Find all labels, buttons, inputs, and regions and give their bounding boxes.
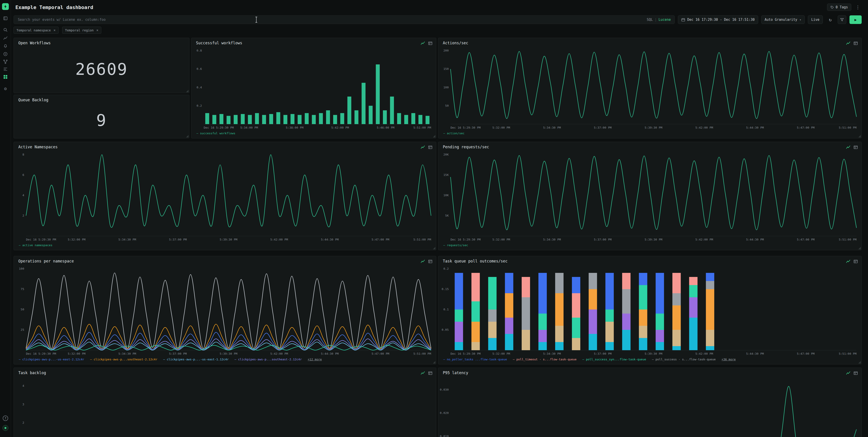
svg-text:5:32:00 PM: 5:32:00 PM xyxy=(492,238,510,241)
filter-chip-temporal-region[interactable]: Temporal region × xyxy=(62,27,101,34)
legend-item[interactable]: — poll_success · s...flow-task-queue xyxy=(652,357,716,361)
refresh-button[interactable]: ↻ xyxy=(826,15,835,24)
chart-legend[interactable]: — requests/sec xyxy=(443,244,858,248)
service-map-icon[interactable] xyxy=(3,59,8,64)
task-backlog-chart[interactable]: 234 xyxy=(16,377,434,437)
help-button[interactable]: ? xyxy=(3,415,8,421)
pending-requests-chart[interactable]: 5K10K15K20KDec 16 5:29:30 PM5:32:00 PM5:… xyxy=(440,152,860,242)
dashboard-title[interactable]: Example Temporal dashboard xyxy=(16,4,827,10)
panel-active-namespaces: Active Namespaces 2468Dec 16 5:29:30 PM5… xyxy=(13,142,436,250)
chart-view-icon[interactable] xyxy=(421,259,425,263)
alerts-icon[interactable] xyxy=(3,44,8,49)
tags-badge[interactable]: 0 Tags xyxy=(827,4,851,11)
chart-view-icon[interactable] xyxy=(421,145,425,150)
legend-item[interactable]: — clickpipes-aws-p...-us-east-1.12c4r xyxy=(163,357,229,361)
granularity-select[interactable]: Auto Granularity ▾ xyxy=(761,15,805,24)
sql-mode-button[interactable]: SQL xyxy=(647,18,653,22)
chart-legend[interactable]: — clickpipes-aws-p...-us-east-2.12c4r— c… xyxy=(19,357,432,362)
chart-legend[interactable]: — no_poller_tasks ...flow-task-queue— po… xyxy=(443,357,858,362)
panel-resize-handle[interactable] xyxy=(858,247,861,249)
chart-explorer-icon[interactable] xyxy=(3,36,8,40)
chart-view-icon[interactable] xyxy=(421,371,425,375)
live-button[interactable]: Live xyxy=(808,15,823,24)
legend-item[interactable]: — action/sec xyxy=(443,132,465,135)
panel-resize-handle[interactable] xyxy=(186,90,188,92)
chart-view-icon[interactable] xyxy=(846,259,850,263)
panel-title: Operations per namespace xyxy=(18,259,74,263)
panel-resize-handle[interactable] xyxy=(433,361,435,364)
active-namespaces-chart[interactable]: 2468Dec 16 5:29:30 PM5:32:00 PM5:34:30 P… xyxy=(16,152,434,242)
chart-view-icon[interactable] xyxy=(846,371,850,375)
legend-item[interactable]: — clickpipes-aws-p...southeast-2.12c4r xyxy=(90,357,157,361)
table-view-icon[interactable] xyxy=(428,371,432,375)
legend-item[interactable]: — requests/sec xyxy=(443,244,468,247)
successful-workflows-chart[interactable]: 0.20.40.60.8Dec 16 5:29:30 PM5:34:00 PM5… xyxy=(193,48,434,130)
logs-icon[interactable] xyxy=(3,67,8,71)
settings-icon[interactable]: ⚙ xyxy=(3,86,8,91)
panel-resize-handle[interactable] xyxy=(433,247,435,249)
svg-text:5:39:30 PM: 5:39:30 PM xyxy=(645,238,662,241)
table-view-icon[interactable] xyxy=(854,371,858,375)
search-nav-icon[interactable] xyxy=(3,28,8,32)
svg-text:5:47:00 PM: 5:47:00 PM xyxy=(797,238,814,241)
chart-view-icon[interactable] xyxy=(846,41,850,45)
table-view-icon[interactable] xyxy=(428,145,432,150)
legend-more-link[interactable]: +36 more xyxy=(721,357,736,361)
legend-item[interactable]: — successful workflows xyxy=(196,132,235,135)
svg-text:5:47:00 PM: 5:47:00 PM xyxy=(797,352,814,355)
svg-text:5:47:00 PM: 5:47:00 PM xyxy=(797,126,814,129)
close-icon[interactable]: × xyxy=(96,28,98,32)
panel-p95-latency: P95 latency 0.0100.0200.030 xyxy=(438,368,862,437)
chart-view-icon[interactable] xyxy=(846,145,850,150)
chart-legend[interactable]: — active namespaces xyxy=(19,244,432,248)
query-mode-switch[interactable]: SQL | Lucene xyxy=(647,18,671,22)
svg-text:25: 25 xyxy=(21,328,24,332)
svg-text:5:34:30 PM: 5:34:30 PM xyxy=(119,352,136,355)
legend-item[interactable]: — clickpipes-aws-p...southeast-2.12c4r xyxy=(235,357,302,361)
legend-more-link[interactable]: +12 more xyxy=(308,357,322,361)
time-range-picker[interactable]: Dec 16 17:29:30 - Dec 16 17:51:30 xyxy=(678,15,758,24)
table-view-icon[interactable] xyxy=(428,41,432,45)
panel-resize-handle[interactable] xyxy=(858,135,861,137)
chart-view-icon[interactable] xyxy=(421,41,425,45)
table-view-icon[interactable] xyxy=(854,259,858,263)
app-logo[interactable] xyxy=(2,3,9,10)
operations-per-namespace-chart[interactable]: 255075100Dec 16 5:29:30 PM5:32:00 PM5:34… xyxy=(16,266,434,356)
panel-resize-handle[interactable] xyxy=(858,361,861,364)
legend-item[interactable]: — clickpipes-aws-p...-us-east-2.12c4r xyxy=(19,357,84,361)
search-input[interactable] xyxy=(18,18,647,22)
chart-legend[interactable]: — action/sec xyxy=(443,132,858,136)
p95-latency-chart[interactable]: 0.0100.0200.030 xyxy=(440,377,860,437)
table-view-icon[interactable] xyxy=(428,259,432,263)
svg-text:5:44:30 PM: 5:44:30 PM xyxy=(321,238,339,241)
legend-item[interactable]: — active namespaces xyxy=(19,244,53,247)
legend-item[interactable]: — poll_timeout · s...flow-task-queue xyxy=(513,357,577,361)
legend-item[interactable]: — no_poller_tasks ...flow-task-queue xyxy=(443,357,507,361)
more-options-button[interactable]: ⋮ xyxy=(854,3,862,11)
lucene-mode-button[interactable]: Lucene xyxy=(658,18,671,22)
table-view-icon[interactable] xyxy=(854,41,858,45)
dashboards-icon[interactable] xyxy=(3,74,8,79)
filter-chip-temporal-namespace[interactable]: Temporal namespace × xyxy=(13,27,59,34)
svg-text:150: 150 xyxy=(443,67,449,70)
svg-text:5:39:30 PM: 5:39:30 PM xyxy=(220,352,237,355)
table-view-icon[interactable] xyxy=(854,145,858,150)
panel-resize-handle[interactable] xyxy=(433,135,435,137)
task-queue-poll-chart[interactable]: 0.050.10.150.2Dec 16 5:29:30 PM5:32:00 P… xyxy=(440,266,860,356)
svg-text:0.1: 0.1 xyxy=(443,308,449,311)
svg-text:Dec 16 5:29:30 PM: Dec 16 5:29:30 PM xyxy=(26,352,56,355)
chart-legend[interactable]: — successful workflows xyxy=(196,132,432,136)
sidebar-toggle-icon[interactable] xyxy=(3,16,8,21)
svg-text:5:37:00 PM: 5:37:00 PM xyxy=(594,238,612,241)
run-query-button[interactable]: ▶ xyxy=(849,15,862,24)
actions-sec-chart[interactable]: 50100150200Dec 16 5:29:30 PM5:32:00 PM5:… xyxy=(440,48,860,130)
panel-resize-handle[interactable] xyxy=(186,135,188,137)
close-icon[interactable]: × xyxy=(54,28,56,32)
filter-button[interactable] xyxy=(838,15,846,24)
help-glyph: ? xyxy=(4,416,6,420)
sessions-icon[interactable] xyxy=(3,52,8,56)
legend-item[interactable]: — poll_success_syn...flow-task-queue xyxy=(583,357,646,361)
kebab-icon: ⋮ xyxy=(856,4,860,10)
user-avatar[interactable] xyxy=(2,425,8,431)
search-box[interactable]: SQL | Lucene xyxy=(13,15,675,24)
